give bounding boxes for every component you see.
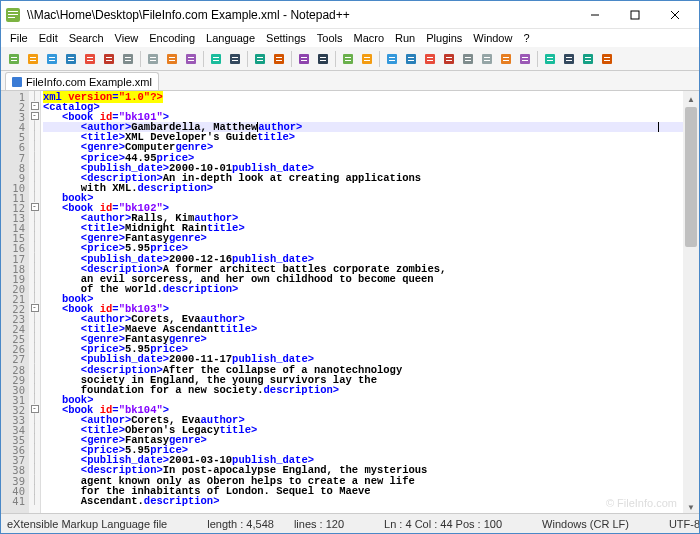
svg-rect-35	[186, 54, 196, 64]
menu-edit[interactable]: Edit	[34, 31, 63, 45]
play-button[interactable]	[579, 50, 597, 68]
svg-rect-88	[547, 60, 553, 61]
svg-rect-67	[408, 60, 414, 61]
toolbar-separator	[379, 51, 380, 67]
svg-rect-36	[188, 57, 194, 58]
svg-rect-94	[585, 60, 591, 61]
status-encoding: UTF-8	[669, 518, 700, 530]
svg-rect-47	[274, 54, 284, 64]
svg-rect-69	[427, 57, 433, 58]
fold-marker[interactable]: -	[31, 102, 39, 110]
open-button[interactable]	[24, 50, 42, 68]
sync-h-button[interactable]	[358, 50, 376, 68]
close-button[interactable]	[655, 1, 695, 29]
svg-rect-1	[8, 11, 18, 12]
toolbar-separator	[203, 51, 204, 67]
code-line[interactable]: of the world.description>	[43, 284, 699, 294]
menu-language[interactable]: Language	[201, 31, 260, 45]
svg-rect-10	[11, 60, 17, 61]
print-button[interactable]	[119, 50, 137, 68]
menu-window[interactable]: Window	[468, 31, 517, 45]
svg-rect-72	[446, 57, 452, 58]
menu-settings[interactable]: Settings	[261, 31, 311, 45]
svg-rect-49	[276, 60, 282, 61]
svg-rect-9	[11, 57, 17, 58]
maximize-button[interactable]	[615, 1, 655, 29]
svg-rect-57	[345, 57, 351, 58]
menu-search[interactable]: Search	[64, 31, 109, 45]
scroll-up-icon[interactable]: ▲	[683, 91, 699, 107]
status-lines: lines : 120	[294, 518, 344, 530]
app-icon	[5, 7, 21, 23]
file-icon	[12, 77, 22, 87]
find-button[interactable]	[251, 50, 269, 68]
func-list-button[interactable]	[478, 50, 496, 68]
svg-rect-52	[301, 60, 307, 61]
paste-button[interactable]	[182, 50, 200, 68]
fold-gutter[interactable]: │--││││││││-│││││││││-│││││││││-││││││││…	[29, 91, 41, 515]
new-button[interactable]	[5, 50, 23, 68]
vertical-scrollbar[interactable]: ▲ ▼	[683, 91, 699, 515]
menubar: FileEditSearchViewEncodingLanguageSettin…	[1, 29, 699, 47]
menu-macro[interactable]: Macro	[348, 31, 389, 45]
doc-map-button[interactable]	[459, 50, 477, 68]
svg-rect-45	[257, 57, 263, 58]
replace-button[interactable]	[270, 50, 288, 68]
minimize-button[interactable]	[575, 1, 615, 29]
code-line[interactable]: foundation for a new society.description…	[43, 385, 699, 395]
menu-plugins[interactable]: Plugins	[421, 31, 467, 45]
sync-v-button[interactable]	[339, 50, 357, 68]
copy-button[interactable]	[163, 50, 181, 68]
indent-guide-button[interactable]	[421, 50, 439, 68]
monitor-button[interactable]	[516, 50, 534, 68]
svg-rect-38	[211, 54, 221, 64]
scroll-thumb[interactable]	[685, 107, 697, 247]
svg-rect-33	[169, 57, 175, 58]
status-filetype: eXtensible Markup Language file	[7, 518, 167, 530]
menu-help[interactable]: ?	[518, 31, 534, 45]
fold-marker[interactable]: -	[31, 405, 39, 413]
svg-rect-32	[167, 54, 177, 64]
fold-marker[interactable]: -	[31, 112, 39, 120]
undo-button[interactable]	[207, 50, 225, 68]
svg-rect-83	[520, 54, 530, 64]
menu-tools[interactable]: Tools	[312, 31, 348, 45]
save-all-button[interactable]	[62, 50, 80, 68]
close-button[interactable]	[81, 50, 99, 68]
fold-marker[interactable]: -	[31, 304, 39, 312]
save-button[interactable]	[43, 50, 61, 68]
folder-button[interactable]	[497, 50, 515, 68]
zoom-in-button[interactable]	[295, 50, 313, 68]
svg-rect-82	[503, 60, 509, 61]
cut-button[interactable]	[144, 50, 162, 68]
menu-encoding[interactable]: Encoding	[144, 31, 200, 45]
svg-rect-20	[85, 54, 95, 64]
wrap-button[interactable]	[383, 50, 401, 68]
code-line[interactable]: xml version="1.0"?>	[43, 92, 699, 102]
svg-rect-39	[213, 57, 219, 58]
menu-file[interactable]: File	[5, 31, 33, 45]
close-all-button[interactable]	[100, 50, 118, 68]
svg-rect-16	[49, 60, 55, 61]
svg-rect-13	[30, 60, 36, 61]
all-chars-button[interactable]	[402, 50, 420, 68]
code-line[interactable]: Ascendant.description>	[43, 496, 699, 506]
play-multi-button[interactable]	[598, 50, 616, 68]
zoom-out-button[interactable]	[314, 50, 332, 68]
svg-rect-65	[406, 54, 416, 64]
code-area[interactable]: xml version="1.0"?><catalog> <book id="b…	[41, 91, 699, 515]
code-line[interactable]: with XML.description>	[43, 183, 699, 193]
record-button[interactable]	[541, 50, 559, 68]
fold-marker[interactable]: -	[31, 203, 39, 211]
menu-view[interactable]: View	[110, 31, 144, 45]
lang-button[interactable]	[440, 50, 458, 68]
svg-rect-22	[87, 60, 93, 61]
tab-active[interactable]: FileInfo.com Example.xml	[5, 72, 159, 90]
watermark: © FileInfo.com	[606, 497, 677, 509]
redo-button[interactable]	[226, 50, 244, 68]
stop-button[interactable]	[560, 50, 578, 68]
svg-rect-51	[301, 57, 307, 58]
menu-run[interactable]: Run	[390, 31, 420, 45]
svg-rect-19	[68, 60, 74, 61]
editor[interactable]: 1234567891011121314151617181920212223242…	[1, 91, 699, 515]
